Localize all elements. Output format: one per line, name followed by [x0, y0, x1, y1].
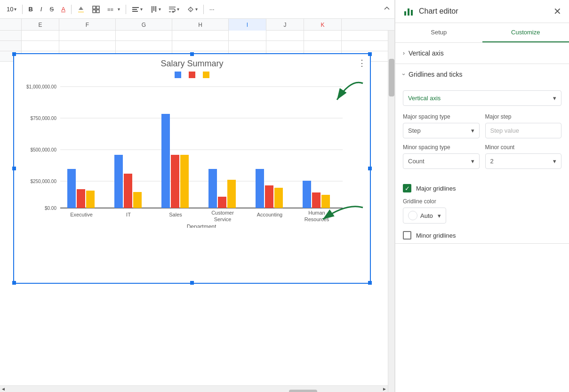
- svg-text:Sales: Sales: [169, 212, 182, 217]
- strikethrough-button[interactable]: S: [47, 4, 56, 15]
- bar-sales-yellow: [180, 155, 189, 208]
- chart-handle-middle-right[interactable]: [368, 167, 372, 170]
- table-row: [0, 41, 394, 51]
- svg-rect-6: [132, 9, 137, 10]
- grid-cell[interactable]: [116, 41, 172, 51]
- grid-cell[interactable]: [172, 41, 229, 51]
- bar-cs-yellow: [227, 180, 236, 208]
- svg-rect-8: [152, 6, 152, 13]
- axis-dropdown-value: Vertical axis: [408, 95, 441, 102]
- minor-gridlines-checkbox[interactable]: [403, 231, 411, 240]
- grid-cell[interactable]: [59, 31, 116, 40]
- chart-handle-top-center[interactable]: [190, 52, 194, 56]
- horizontal-scrollbar[interactable]: ◄ ►: [0, 385, 388, 392]
- minor-spacing-group: Minor spacing type Count ▾: [403, 144, 480, 169]
- chart-handle-bottom-right[interactable]: [368, 281, 372, 285]
- chart-handle-bottom-left[interactable]: [12, 281, 16, 285]
- grid-cell[interactable]: [22, 41, 59, 51]
- major-gridlines-label: Major gridlines: [416, 185, 456, 192]
- bar-executive-blue: [67, 169, 76, 208]
- gridlines-arrow-icon: ›: [401, 73, 407, 75]
- major-spacing-dropdown[interactable]: Step ▾: [403, 123, 480, 138]
- col-header-I[interactable]: I: [229, 19, 266, 31]
- chart-handle-top-right[interactable]: [368, 52, 372, 56]
- col-header-F[interactable]: F: [59, 19, 116, 31]
- major-spacing-group: Major spacing type Step ▾: [403, 113, 480, 138]
- vertical-axis-section-title: Vertical axis: [409, 49, 444, 57]
- paint-bucket-button[interactable]: [74, 4, 88, 15]
- minor-count-label: Minor count: [485, 144, 562, 151]
- minor-spacing-dropdown[interactable]: Count ▾: [403, 153, 480, 169]
- legend-color-blue: [175, 72, 181, 78]
- vertical-axis-section: › Vertical axis: [395, 43, 569, 64]
- col-header-J[interactable]: J: [266, 19, 304, 31]
- svg-text:Department: Department: [187, 224, 216, 228]
- svg-rect-3: [96, 10, 99, 13]
- grid-cell[interactable]: [266, 31, 304, 40]
- horizontal-scrollbar-thumb[interactable]: [289, 390, 317, 392]
- row-num-header: [0, 19, 22, 30]
- bar-acct-red: [265, 185, 273, 208]
- chart-title: Salary Summary: [19, 59, 365, 69]
- minor-spacing-row: Minor spacing type Count ▾ Minor count 2…: [403, 144, 561, 169]
- major-gridlines-checkbox[interactable]: ✓: [403, 184, 411, 192]
- panel-close-button[interactable]: ✕: [553, 6, 561, 17]
- scroll-right-arrow[interactable]: ►: [381, 386, 388, 392]
- underline-button[interactable]: A: [58, 4, 68, 15]
- grid-cell[interactable]: [304, 41, 342, 51]
- more-button[interactable]: ···: [207, 4, 217, 15]
- grid-cell[interactable]: [116, 31, 172, 40]
- grid-cell[interactable]: [59, 41, 116, 51]
- major-step-input[interactable]: Step value: [485, 123, 562, 138]
- grid-cell[interactable]: [229, 31, 266, 40]
- col-header-E[interactable]: E: [22, 19, 59, 31]
- vertical-axis-section-header[interactable]: › Vertical axis: [395, 43, 569, 64]
- minor-count-dropdown[interactable]: 2 ▾: [485, 153, 562, 169]
- grid-cell[interactable]: [172, 31, 229, 40]
- font-size-selector[interactable]: 10 ▾: [4, 4, 19, 15]
- col-header-G[interactable]: G: [116, 19, 172, 31]
- scroll-left-arrow[interactable]: ◄: [0, 386, 7, 392]
- grid-cell[interactable]: [266, 41, 304, 51]
- tab-customize[interactable]: Customize: [482, 23, 569, 42]
- chart-handle-bottom-center[interactable]: [190, 281, 194, 285]
- tab-setup[interactable]: Setup: [395, 23, 482, 42]
- chart-menu-button[interactable]: ⋮: [358, 58, 366, 68]
- svg-text:$500,000.00: $500,000.00: [30, 147, 56, 152]
- bar-cs-red: [218, 197, 226, 208]
- chart-handle-middle-left[interactable]: [12, 167, 16, 170]
- chart-container[interactable]: ⋮ Salary Summary: [13, 53, 371, 284]
- axis-dropdown[interactable]: Vertical axis ▾: [403, 90, 561, 106]
- bar-sales-red: [171, 155, 179, 208]
- valign-button[interactable]: ▾: [147, 4, 164, 15]
- vertical-scrollbar[interactable]: [388, 31, 394, 392]
- major-step-placeholder: Step value: [490, 127, 519, 134]
- chart-editor-panel: Chart editor ✕ Setup Customize › Vertica…: [395, 0, 569, 392]
- wrap-button[interactable]: ▾: [166, 4, 182, 15]
- col-header-K[interactable]: K: [304, 19, 342, 31]
- row-num: [0, 31, 22, 40]
- svg-text:$0.00: $0.00: [45, 206, 56, 211]
- chart-handle-top-left[interactable]: [12, 52, 16, 56]
- gridlines-section-header[interactable]: › Gridlines and ticks: [395, 64, 569, 85]
- col-header-H[interactable]: H: [172, 19, 229, 31]
- grid-cell[interactable]: [22, 31, 59, 40]
- svg-text:$250,000.00: $250,000.00: [30, 179, 56, 184]
- grid-cell[interactable]: [304, 31, 342, 40]
- axis-dropdown-container: Vertical axis ▾: [403, 90, 561, 106]
- bold-button[interactable]: B: [25, 4, 35, 15]
- format-button[interactable]: ≡≡ ▾: [104, 4, 123, 15]
- column-headers: E F G H I J K: [0, 19, 394, 31]
- grid-button[interactable]: [89, 4, 103, 15]
- vertical-scrollbar-thumb[interactable]: [389, 59, 394, 96]
- rotate-button[interactable]: ▾: [184, 4, 200, 15]
- grid-area: ⋮ Salary Summary: [0, 31, 394, 392]
- italic-button[interactable]: I: [38, 4, 45, 15]
- grid-cell[interactable]: [229, 41, 266, 51]
- svg-text:Executive: Executive: [70, 212, 93, 217]
- gridline-color-picker[interactable]: Auto ▾: [403, 208, 446, 224]
- align-button[interactable]: ▾: [129, 4, 145, 15]
- collapse-button[interactable]: [383, 5, 391, 14]
- svg-text:Accounting: Accounting: [257, 212, 282, 217]
- green-arrow-1: [323, 74, 365, 112]
